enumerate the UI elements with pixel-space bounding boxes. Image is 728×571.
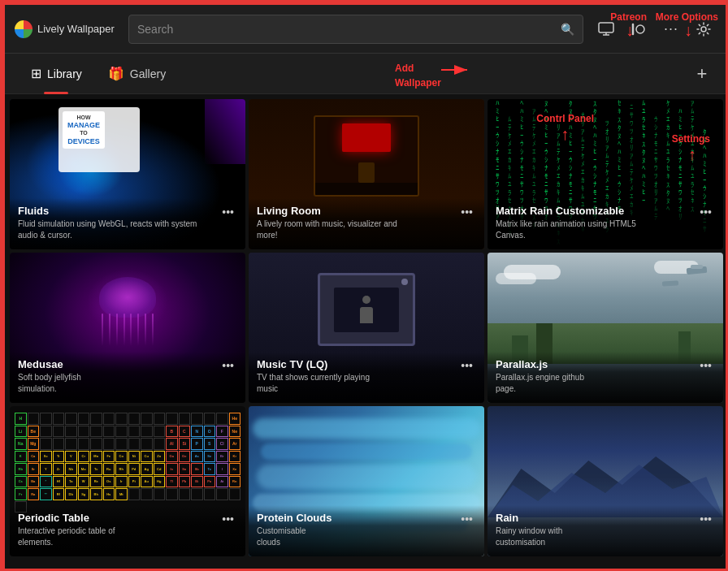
svg-point-4	[636, 25, 644, 33]
search-icon[interactable]: 🔍	[561, 23, 574, 36]
card-more-button-musictv[interactable]: •••	[457, 358, 476, 373]
app-name: Lively Wallpaper	[37, 23, 115, 35]
top-bar: Lively Wallpaper 🔍 ···	[5, 5, 728, 54]
room-visual	[314, 115, 419, 197]
tab-library-label: Library	[47, 67, 82, 80]
card-title-fluids: Fluids	[18, 205, 219, 217]
tab-gallery[interactable]: 🎁 Gallery	[95, 59, 179, 88]
patreon-button[interactable]	[624, 15, 653, 44]
card-info-matrix: Matrix Rain Customizable Matrix like rai…	[488, 198, 723, 249]
card-title-matrix: Matrix Rain Customizable	[496, 205, 668, 217]
card-more-button-living[interactable]: •••	[457, 205, 476, 219]
card-more-button-matrix[interactable]: •••	[696, 205, 715, 219]
card-info-medusae: Medusae Soft body jellyfish simulation. …	[10, 352, 245, 403]
htmd-badge: HOW MANAGE TO DEVICES	[63, 111, 105, 149]
card-more-button-periodic[interactable]: •••	[219, 512, 237, 526]
card-title-living: Living Room	[257, 205, 420, 217]
wallpaper-card-matrix[interactable]: ﾊﾐﾋｰｳｼﾅﾓﾆｻﾜﾂｵﾘｱ ﾑﾃｹﾒｴｶｷﾑﾕﾗｾﾈｽﾀﾇ ﾍﾊﾐﾋｰｳｼﾅ…	[488, 99, 723, 249]
card-more-button-rain[interactable]: •••	[696, 512, 715, 526]
monitor-button[interactable]	[592, 15, 621, 44]
card-title-protein: Protein Clouds	[257, 512, 332, 524]
card-desc-medusae: Soft body jellyfish simulation.	[18, 372, 102, 395]
card-more-button-fluids[interactable]: •••	[219, 205, 237, 219]
tv-visual	[318, 273, 415, 346]
search-bar[interactable]: 🔍	[128, 15, 583, 44]
top-actions: ···	[592, 15, 718, 44]
tab-gallery-label: Gallery	[130, 67, 166, 80]
card-title-medusae: Medusae	[18, 358, 122, 370]
wallpaper-card-rain[interactable]: Rain Rainy window with customisation •••	[488, 406, 723, 556]
card-desc-matrix: Matrix like rain animation using HTML5 C…	[496, 218, 648, 241]
card-title-periodic: Periodic Table	[18, 512, 153, 524]
card-more-button-medusae[interactable]: •••	[219, 358, 237, 373]
card-more-button-parallax[interactable]: •••	[696, 358, 715, 373]
tab-library[interactable]: ⊞ Library	[18, 59, 95, 88]
card-desc-fluids: Fluid simulation using WebGL, reacts wit…	[18, 218, 199, 241]
svg-point-5	[701, 27, 706, 32]
card-desc-periodic: Interactive periodic table of elements.	[18, 526, 133, 548]
svg-rect-0	[599, 23, 613, 32]
card-info-musictv: Music TV (LQ) TV that shows currently pl…	[249, 352, 484, 403]
wallpaper-card-living-room[interactable]: Living Room A lively room with music, vi…	[249, 99, 484, 249]
wallpaper-card-medusae[interactable]: Medusae Soft body jellyfish simulation. …	[10, 253, 245, 403]
wallpaper-card-fluids[interactable]: HOW MANAGE TO DEVICES Fluids Fluid simul…	[10, 99, 245, 249]
app-logo: Lively Wallpaper	[15, 20, 120, 38]
gallery-icon: 🎁	[108, 66, 124, 81]
wallpaper-card-protein-clouds[interactable]: Protein Clouds Customisable clouds •••	[249, 406, 484, 556]
wallpaper-card-music-tv[interactable]: Music TV (LQ) TV that shows currently pl…	[249, 253, 484, 403]
search-input[interactable]	[137, 23, 554, 36]
card-info-rain: Rain Rainy window with customisation •••	[488, 505, 723, 556]
card-title-musictv: Music TV (LQ)	[257, 358, 393, 370]
card-desc-parallax: Parallax.js engine github page.	[496, 372, 587, 395]
wallpaper-card-periodic[interactable]: H He	[10, 406, 245, 556]
card-desc-protein: Customisable clouds	[257, 526, 312, 548]
add-wallpaper-button[interactable]: +	[689, 61, 715, 87]
card-title-parallax: Parallax.js	[496, 358, 607, 370]
nav-tabs: ⊞ Library 🎁 Gallery +	[5, 54, 728, 94]
card-info-protein: Protein Clouds Customisable clouds •••	[249, 505, 484, 556]
card-info-parallax: Parallax.js Parallax.js engine github pa…	[488, 352, 723, 403]
card-more-button-protein[interactable]: •••	[457, 512, 476, 526]
card-desc-rain: Rainy window with customisation	[496, 526, 595, 548]
card-info-periodic: Periodic Table Interactive periodic tabl…	[10, 505, 245, 556]
card-title-rain: Rain	[496, 512, 614, 524]
card-desc-living: A lively room with music, visualizer and…	[257, 218, 401, 241]
card-info-living: Living Room A lively room with music, vi…	[249, 198, 484, 249]
app-logo-icon	[15, 20, 32, 38]
more-options-button[interactable]: ···	[656, 15, 686, 44]
wallpaper-grid: HOW MANAGE TO DEVICES Fluids Fluid simul…	[5, 94, 728, 571]
wallpaper-card-parallax[interactable]: Parallax.js Parallax.js engine github pa…	[488, 253, 723, 403]
settings-button[interactable]	[689, 15, 718, 44]
library-icon: ⊞	[31, 66, 41, 81]
card-desc-musictv: TV that shows currently playing music	[257, 372, 374, 395]
card-info-fluids: Fluids Fluid simulation using WebGL, rea…	[10, 198, 245, 249]
